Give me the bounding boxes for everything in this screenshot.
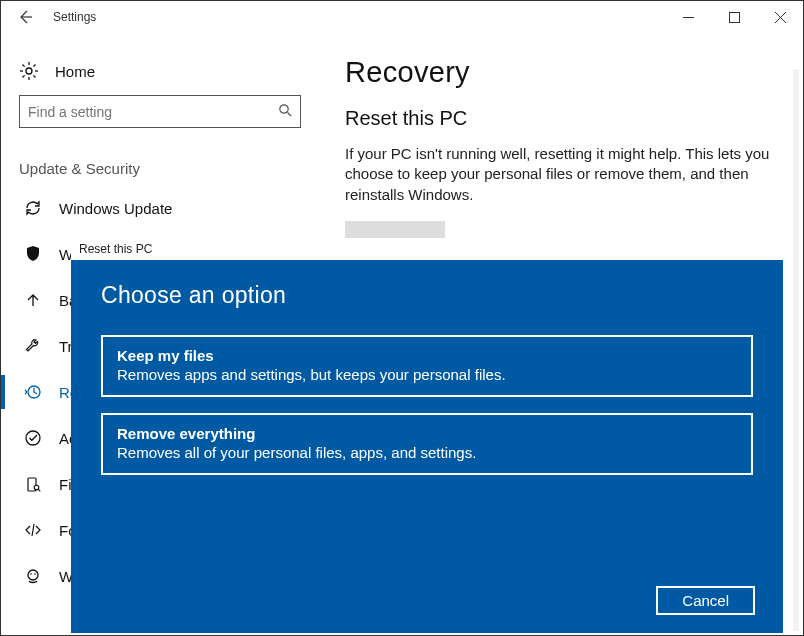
option-subtitle: Removes apps and settings, but keeps you… [117,366,737,383]
minimize-button[interactable] [665,1,711,33]
svg-rect-0 [729,12,739,22]
svg-point-4 [26,431,40,445]
option-remove-everything[interactable]: Remove everything Removes all of your pe… [101,413,753,475]
page-heading: Recovery [345,56,783,89]
back-button[interactable] [9,9,41,25]
shield-icon [23,244,43,264]
gear-icon [19,61,39,81]
sidebar-item-windows-update[interactable]: Windows Update [19,185,295,231]
home-button[interactable]: Home [19,51,295,95]
code-icon [23,520,43,540]
svg-point-8 [30,573,32,575]
section-body: If your PC isn't running well, resetting… [345,144,775,205]
dialog-titlebar: Reset this PC [71,238,783,260]
phone-search-icon [23,474,43,494]
svg-point-9 [34,573,36,575]
titlebar: Settings [1,1,803,33]
window-title: Settings [41,10,96,24]
svg-point-7 [28,570,38,580]
sidebar-item-label: Windows Update [59,200,172,217]
sync-icon [23,198,43,218]
maximize-button[interactable] [711,1,757,33]
check-circle-icon [23,428,43,448]
search-icon [278,103,292,120]
option-title: Remove everything [117,425,737,442]
option-title: Keep my files [117,347,737,364]
nav-group-label: Update & Security [19,160,295,177]
dialog-heading: Choose an option [101,282,753,309]
svg-point-6 [34,485,39,490]
arrow-up-icon [23,290,43,310]
windows-insider-icon [23,566,43,586]
reset-pc-dialog: Reset this PC Choose an option Keep my f… [71,238,783,633]
svg-point-2 [280,105,288,113]
home-label: Home [55,63,95,80]
history-icon [23,382,43,402]
wrench-icon [23,336,43,356]
dialog-body: Choose an option Keep my files Removes a… [71,260,783,633]
option-subtitle: Removes all of your personal files, apps… [117,444,737,461]
main-content: Recovery Reset this PC If your PC isn't … [345,56,783,243]
section-heading: Reset this PC [345,107,783,130]
close-button[interactable] [757,1,803,33]
search-input[interactable] [28,104,278,120]
cancel-button[interactable]: Cancel [656,586,755,615]
svg-point-1 [26,68,32,74]
scrollbar[interactable] [793,69,799,631]
option-keep-my-files[interactable]: Keep my files Removes apps and settings,… [101,335,753,397]
search-box[interactable] [19,95,301,128]
